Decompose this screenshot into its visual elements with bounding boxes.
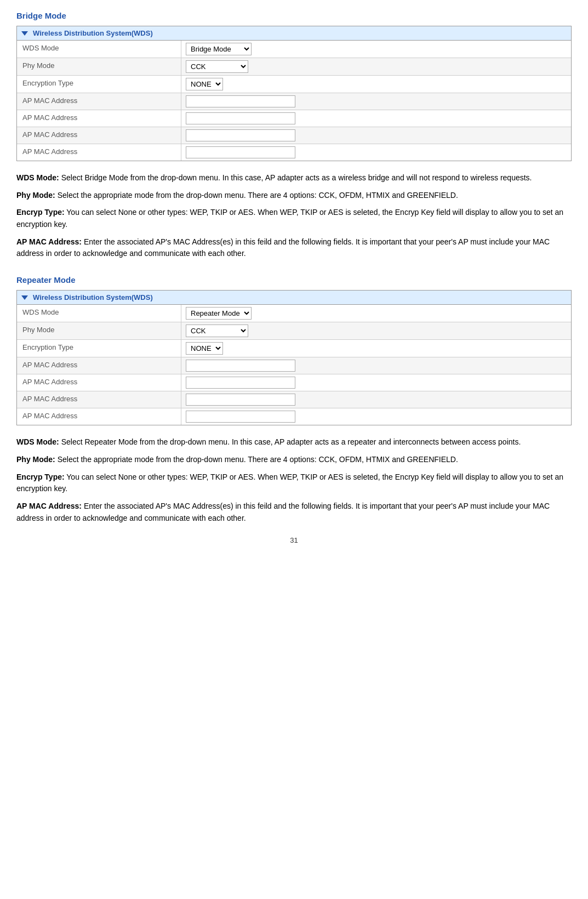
repeater-label-mac1: AP MAC Address <box>17 357 181 374</box>
repeater-value-phy-mode: CCK OFDM HTMIX GREENFIELD <box>181 322 571 339</box>
repeater-mode-section: Repeater Mode Wireless Distribution Syst… <box>16 275 572 524</box>
bridge-label-mac1: AP MAC Address <box>17 93 181 110</box>
repeater-value-mac4 <box>181 408 571 425</box>
bridge-value-encryption: NONE WEP TKIP AES <box>181 76 571 93</box>
bridge-row-phy-mode: Phy Mode CCK OFDM HTMIX GREENFIELD <box>17 58 571 76</box>
repeater-row-mac4: AP MAC Address <box>17 408 571 425</box>
repeater-mac3-input[interactable] <box>186 394 295 406</box>
bridge-label-mac2: AP MAC Address <box>17 110 181 127</box>
repeater-desc-wds-label: WDS Mode: <box>16 437 59 446</box>
collapse-triangle-icon <box>21 31 28 36</box>
bridge-row-mac3: AP MAC Address <box>17 127 571 144</box>
repeater-row-encryption: Encryption Type NONE WEP TKIP AES <box>17 340 571 357</box>
repeater-row-wds-mode: WDS Mode Bridge Mode Repeater Mode Disab… <box>17 305 571 322</box>
repeater-mac1-input[interactable] <box>186 360 295 372</box>
bridge-desc-phy-mode: Phy Mode: Select the appropriate mode fr… <box>16 190 572 202</box>
bridge-value-mac2 <box>181 110 571 127</box>
bridge-row-mac1: AP MAC Address <box>17 93 571 110</box>
repeater-value-mac2 <box>181 374 571 391</box>
bridge-label-phy-mode: Phy Mode <box>17 58 181 75</box>
bridge-label-mac3: AP MAC Address <box>17 127 181 144</box>
repeater-label-mac2: AP MAC Address <box>17 374 181 391</box>
repeater-collapse-triangle-icon <box>21 295 28 300</box>
bridge-value-phy-mode: CCK OFDM HTMIX GREENFIELD <box>181 58 571 75</box>
bridge-label-wds-mode: WDS Mode <box>17 41 181 58</box>
repeater-descriptions: WDS Mode: Select Repeater Mode from the … <box>16 436 572 524</box>
bridge-value-mac3 <box>181 127 571 144</box>
bridge-mode-section: Bridge Mode Wireless Distribution System… <box>16 11 572 260</box>
repeater-label-mac3: AP MAC Address <box>17 391 181 408</box>
repeater-mode-title: Repeater Mode <box>16 275 572 285</box>
repeater-desc-mac-label: AP MAC Address: <box>16 502 82 510</box>
bridge-desc-encryp-label: Encryp Type: <box>16 208 65 217</box>
bridge-wds-header-text: Wireless Distribution System(WDS) <box>33 29 153 37</box>
repeater-phy-mode-select[interactable]: CCK OFDM HTMIX GREENFIELD <box>186 325 248 337</box>
bridge-row-mac2: AP MAC Address <box>17 110 571 127</box>
repeater-value-mac1 <box>181 357 571 374</box>
page-number: 31 <box>16 536 572 544</box>
repeater-desc-phy-label: Phy Mode: <box>16 455 55 464</box>
repeater-value-mac3 <box>181 391 571 408</box>
bridge-row-wds-mode: WDS Mode Bridge Mode Repeater Mode Disab… <box>17 41 571 58</box>
bridge-desc-mac-label: AP MAC Address: <box>16 237 82 246</box>
bridge-desc-encryp: Encryp Type: You can select None or othe… <box>16 207 572 230</box>
bridge-row-encryption: Encryption Type NONE WEP TKIP AES <box>17 76 571 93</box>
repeater-row-mac1: AP MAC Address <box>17 357 571 374</box>
repeater-label-encryption: Encryption Type <box>17 340 181 357</box>
repeater-mac4-input[interactable] <box>186 411 295 423</box>
repeater-row-phy-mode: Phy Mode CCK OFDM HTMIX GREENFIELD <box>17 322 571 340</box>
repeater-desc-phy-mode: Phy Mode: Select the appropriate mode fr… <box>16 454 572 466</box>
bridge-mac3-input[interactable] <box>186 129 295 141</box>
bridge-mode-title: Bridge Mode <box>16 11 572 20</box>
repeater-value-wds-mode: Bridge Mode Repeater Mode Disable <box>181 305 571 322</box>
repeater-label-phy-mode: Phy Mode <box>17 322 181 339</box>
bridge-value-mac4 <box>181 144 571 161</box>
bridge-desc-wds-mode: WDS Mode: Select Bridge Mode from the dr… <box>16 172 572 184</box>
repeater-value-encryption: NONE WEP TKIP AES <box>181 340 571 357</box>
bridge-value-mac1 <box>181 93 571 110</box>
repeater-wds-mode-select[interactable]: Bridge Mode Repeater Mode Disable <box>186 307 252 320</box>
bridge-value-wds-mode: Bridge Mode Repeater Mode Disable <box>181 41 571 58</box>
bridge-label-encryption: Encryption Type <box>17 76 181 93</box>
bridge-phy-mode-select[interactable]: CCK OFDM HTMIX GREENFIELD <box>186 60 248 73</box>
bridge-wds-header: Wireless Distribution System(WDS) <box>17 26 571 41</box>
bridge-row-mac4: AP MAC Address <box>17 144 571 161</box>
bridge-descriptions: WDS Mode: Select Bridge Mode from the dr… <box>16 172 572 260</box>
repeater-encryption-select[interactable]: NONE WEP TKIP AES <box>186 342 223 355</box>
repeater-desc-encryp: Encryp Type: You can select None or othe… <box>16 471 572 495</box>
repeater-desc-mac: AP MAC Address: Enter the associated AP'… <box>16 500 572 524</box>
bridge-label-mac4: AP MAC Address <box>17 144 181 161</box>
repeater-wds-header: Wireless Distribution System(WDS) <box>17 291 571 305</box>
bridge-desc-wds-label: WDS Mode: <box>16 173 59 182</box>
repeater-row-mac2: AP MAC Address <box>17 374 571 391</box>
bridge-mac2-input[interactable] <box>186 112 295 124</box>
bridge-wds-box: Wireless Distribution System(WDS) WDS Mo… <box>16 26 572 161</box>
repeater-label-mac4: AP MAC Address <box>17 408 181 425</box>
repeater-wds-box: Wireless Distribution System(WDS) WDS Mo… <box>16 290 572 425</box>
bridge-desc-mac: AP MAC Address: Enter the associated AP'… <box>16 236 572 260</box>
bridge-mac1-input[interactable] <box>186 95 295 107</box>
bridge-mac4-input[interactable] <box>186 146 295 158</box>
repeater-desc-wds-mode: WDS Mode: Select Repeater Mode from the … <box>16 436 572 448</box>
bridge-wds-mode-select[interactable]: Bridge Mode Repeater Mode Disable <box>186 43 252 55</box>
repeater-desc-encryp-label: Encryp Type: <box>16 473 65 481</box>
repeater-wds-header-text: Wireless Distribution System(WDS) <box>33 293 153 301</box>
repeater-mac2-input[interactable] <box>186 377 295 389</box>
bridge-desc-phy-label: Phy Mode: <box>16 191 55 200</box>
bridge-encryption-select[interactable]: NONE WEP TKIP AES <box>186 78 223 90</box>
repeater-row-mac3: AP MAC Address <box>17 391 571 408</box>
repeater-label-wds-mode: WDS Mode <box>17 305 181 322</box>
